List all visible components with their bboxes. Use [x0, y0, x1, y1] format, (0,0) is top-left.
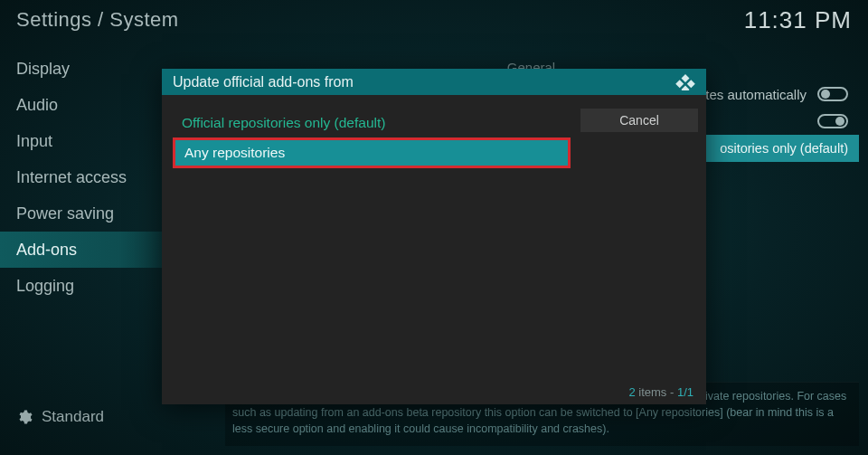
modal-body: Official repositories only (default) Any… [173, 109, 571, 168]
setting-value: ositories only (default) [720, 141, 848, 156]
option-label: Any repositories [184, 145, 285, 160]
modal-update-source: Update official add-ons from Official re… [162, 69, 706, 404]
sidebar-item-label: Audio [16, 96, 58, 114]
modal-title: Update official add-ons from [173, 74, 354, 90]
kodi-logo-icon [675, 74, 695, 90]
footer-count: 2 [628, 385, 635, 399]
option-label: Official repositories only (default) [182, 115, 385, 130]
header: Settings / System 11:31 PM [0, 0, 868, 40]
modal-side: Cancel [580, 109, 698, 132]
option-any-repos[interactable]: Any repositories [173, 137, 571, 168]
footer-page: 1/1 [677, 385, 693, 399]
sidebar-item-label: Input [16, 132, 52, 150]
sidebar-item-label: Power saving [16, 204, 114, 223]
breadcrumb: Settings / System [16, 8, 179, 32]
modal-header: Update official add-ons from [162, 69, 706, 95]
settings-level[interactable]: Standard [16, 408, 104, 426]
button-label: Cancel [619, 113, 659, 128]
footer-items-word: items - [636, 385, 677, 399]
toggle-icon[interactable] [817, 87, 848, 101]
gear-icon [16, 409, 33, 425]
option-official-repos[interactable]: Official repositories only (default) [173, 109, 571, 137]
sidebar-item-label: Add-ons [16, 241, 77, 259]
sidebar-item-label: Internet access [16, 168, 127, 186]
sidebar-item-label: Display [16, 60, 70, 78]
modal-footer: 2 items - 1/1 [628, 385, 693, 399]
settings-level-label: Standard [42, 408, 104, 426]
cancel-button[interactable]: Cancel [580, 109, 698, 132]
clock: 11:31 PM [744, 6, 852, 34]
sidebar-item-label: Logging [16, 277, 74, 295]
toggle-icon[interactable] [817, 114, 848, 128]
